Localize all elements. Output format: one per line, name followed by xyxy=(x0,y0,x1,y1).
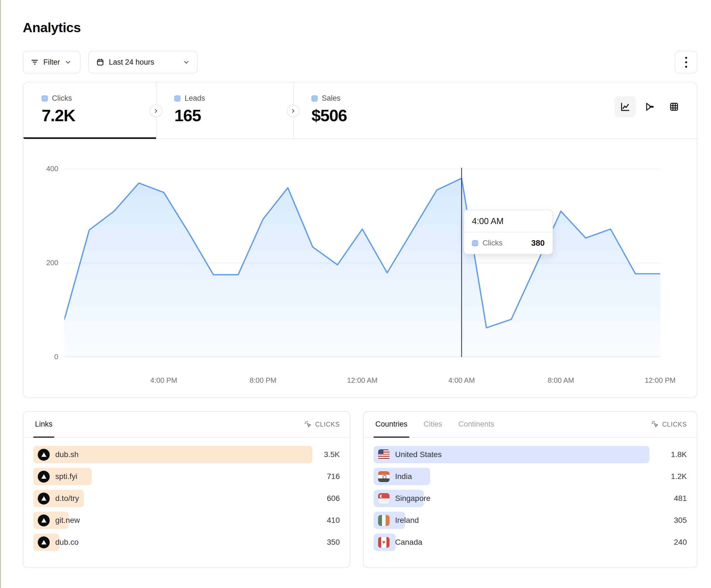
clicks-chart[interactable]: 4:00 AM Clicks 380 02004004:00 PM8:00 PM… xyxy=(23,139,697,397)
row-value: 305 xyxy=(674,516,687,525)
y-axis-label: 400 xyxy=(25,164,58,173)
analytics-page: Analytics Filter Last 24 hours xyxy=(0,0,711,588)
row-label: spti.fyi xyxy=(55,472,77,481)
tab-countries[interactable]: Countries xyxy=(374,412,409,438)
chart-tooltip: 4:00 AM Clicks 380 xyxy=(464,210,553,254)
us-flag-icon xyxy=(378,449,389,460)
analytics-card: Clicks 7.2K Leads 165 Sales $506 xyxy=(23,82,697,398)
link-row[interactable]: spti.fyi716 xyxy=(33,468,340,485)
links-metric-toggle[interactable]: CLICKS xyxy=(304,412,340,437)
chevron-down-icon xyxy=(64,59,72,66)
links-panel: Links CLICKS dub.sh3.5Kspti.fyi716d.to/t… xyxy=(23,411,350,568)
tab-leads[interactable]: Leads 165 xyxy=(156,82,293,138)
x-axis-label: 4:00 AM xyxy=(437,376,487,385)
dub-logo-icon xyxy=(38,515,50,526)
x-axis-label: 8:00 PM xyxy=(238,376,288,385)
funnel-view-button[interactable] xyxy=(639,96,660,117)
row-value: 410 xyxy=(327,516,340,525)
row-label: dub.sh xyxy=(55,450,79,459)
expand-leads-button[interactable] xyxy=(150,105,163,117)
chevron-right-icon xyxy=(290,108,296,114)
x-axis-label: 8:00 AM xyxy=(536,376,586,385)
ca-flag-icon xyxy=(378,537,389,548)
tooltip-time: 4:00 AM xyxy=(464,210,553,232)
row-value: 350 xyxy=(327,538,340,547)
row-label: d.to/try xyxy=(55,494,79,503)
date-range-label: Last 24 hours xyxy=(109,58,154,67)
links-metric-label: CLICKS xyxy=(315,421,340,428)
tooltip-series-label: Clicks xyxy=(482,239,502,247)
row-value: 481 xyxy=(674,494,687,503)
page-title: Analytics xyxy=(23,20,81,35)
stat-label: Clicks xyxy=(52,94,72,103)
cursor-click-icon xyxy=(304,420,312,429)
country-row[interactable]: Ireland305 xyxy=(374,512,687,529)
row-value: 716 xyxy=(327,472,340,481)
filter-button-label: Filter xyxy=(43,58,60,67)
row-value: 1.8K xyxy=(671,450,687,459)
row-label: United States xyxy=(395,450,442,459)
clicks-area xyxy=(64,178,660,357)
x-axis-label: 12:00 PM xyxy=(635,376,685,385)
country-row[interactable]: Canada240 xyxy=(374,534,687,551)
y-axis-label: 0 xyxy=(25,353,58,361)
date-range-button[interactable]: Last 24 hours xyxy=(88,51,198,73)
chart-type-switcher xyxy=(615,96,685,117)
stat-label: Leads xyxy=(185,94,205,103)
row-value: 3.5K xyxy=(324,450,340,459)
row-value: 1.2K xyxy=(671,472,687,481)
filter-icon xyxy=(30,58,39,66)
tab-clicks[interactable]: Clicks 7.2K xyxy=(23,82,156,138)
window-edge xyxy=(0,0,1,588)
country-row[interactable]: India1.2K xyxy=(374,468,687,485)
tooltip-legend-swatch xyxy=(472,240,478,246)
dub-logo-icon xyxy=(38,493,50,504)
geo-metric-label: CLICKS xyxy=(662,421,687,428)
tab-sales[interactable]: Sales $506 xyxy=(293,82,432,138)
expand-sales-button[interactable] xyxy=(287,105,300,117)
line-chart-view-button[interactable] xyxy=(615,96,636,117)
ie-flag-icon xyxy=(378,515,389,526)
table-view-button[interactable] xyxy=(664,96,685,117)
filter-button[interactable]: Filter xyxy=(23,51,81,73)
in-flag-icon xyxy=(378,471,389,482)
row-label: India xyxy=(395,472,412,481)
row-label: Singapore xyxy=(395,494,431,503)
tab-links[interactable]: Links xyxy=(33,412,54,438)
link-row[interactable]: d.to/try606 xyxy=(33,490,340,507)
more-options-button[interactable] xyxy=(675,51,697,73)
tab-cities[interactable]: Cities xyxy=(422,412,444,438)
row-value: 240 xyxy=(674,538,687,547)
x-axis-label: 12:00 AM xyxy=(337,376,387,385)
calendar-icon xyxy=(96,58,104,66)
geo-metric-toggle[interactable]: CLICKS xyxy=(651,412,687,437)
dub-logo-icon xyxy=(38,449,50,461)
stat-value: 7.2K xyxy=(42,106,156,125)
geo-panel: CountriesCitiesContinents CLICKS United … xyxy=(363,411,697,568)
row-label: git.new xyxy=(55,516,80,525)
country-row[interactable]: United States1.8K xyxy=(374,446,687,463)
chevron-right-icon xyxy=(153,108,159,114)
table-grid-icon xyxy=(669,101,680,112)
leads-legend-swatch xyxy=(174,95,180,101)
chevron-down-icon xyxy=(183,59,190,66)
stats-row: Clicks 7.2K Leads 165 Sales $506 xyxy=(23,82,697,139)
tab-continents[interactable]: Continents xyxy=(457,412,496,438)
row-label: Ireland xyxy=(395,516,419,525)
dub-logo-icon xyxy=(38,537,50,548)
cursor-click-icon xyxy=(651,420,659,429)
stat-value: 165 xyxy=(174,106,293,125)
sales-legend-swatch xyxy=(311,95,318,101)
link-row[interactable]: dub.sh3.5K xyxy=(33,446,340,463)
row-value: 606 xyxy=(327,494,340,503)
link-row[interactable]: dub.co350 xyxy=(33,534,340,551)
clicks-legend-swatch xyxy=(42,95,48,101)
sg-flag-icon xyxy=(378,493,389,504)
x-axis-label: 4:00 PM xyxy=(139,376,189,385)
link-row[interactable]: git.new410 xyxy=(33,512,340,529)
chart-plot-area[interactable] xyxy=(64,167,660,359)
row-label: dub.co xyxy=(55,538,79,547)
dub-logo-icon xyxy=(38,471,50,482)
stat-label: Sales xyxy=(322,94,341,103)
country-row[interactable]: Singapore481 xyxy=(374,490,687,507)
